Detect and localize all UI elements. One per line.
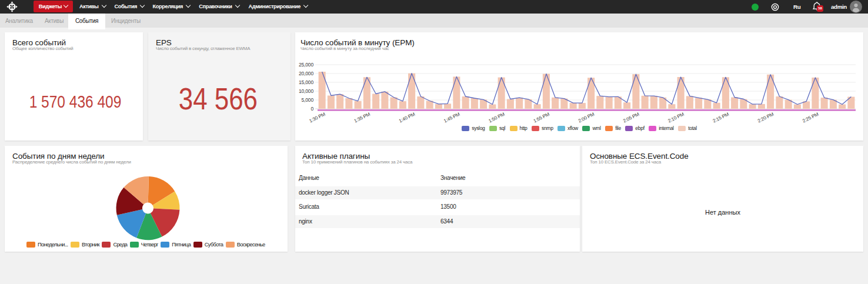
svg-text:5,000: 5,000 xyxy=(301,97,313,103)
svg-text:2:05 PM: 2:05 PM xyxy=(622,112,640,124)
svg-text:20,000: 20,000 xyxy=(299,71,314,76)
svg-text:1:55 PM: 1:55 PM xyxy=(533,112,550,124)
svg-text:15,000: 15,000 xyxy=(299,79,314,85)
svg-text:2:15 PM: 2:15 PM xyxy=(712,112,730,124)
svg-text:10,000: 10,000 xyxy=(299,88,314,94)
svg-text:2:25 PM: 2:25 PM xyxy=(802,112,819,124)
svg-text:2:00 PM: 2:00 PM xyxy=(577,112,595,124)
svg-text:1:35 PM: 1:35 PM xyxy=(353,112,371,124)
svg-text:25,000: 25,000 xyxy=(299,62,314,68)
svg-text:1:30 PM: 1:30 PM xyxy=(308,112,326,124)
svg-text:1:45 PM: 1:45 PM xyxy=(443,112,460,124)
svg-text:1:50 PM: 1:50 PM xyxy=(488,112,505,124)
svg-text:1:40 PM: 1:40 PM xyxy=(398,112,416,124)
svg-text:2:20 PM: 2:20 PM xyxy=(757,112,774,124)
svg-text:0: 0 xyxy=(311,106,313,112)
svg-text:2:10 PM: 2:10 PM xyxy=(667,112,685,124)
